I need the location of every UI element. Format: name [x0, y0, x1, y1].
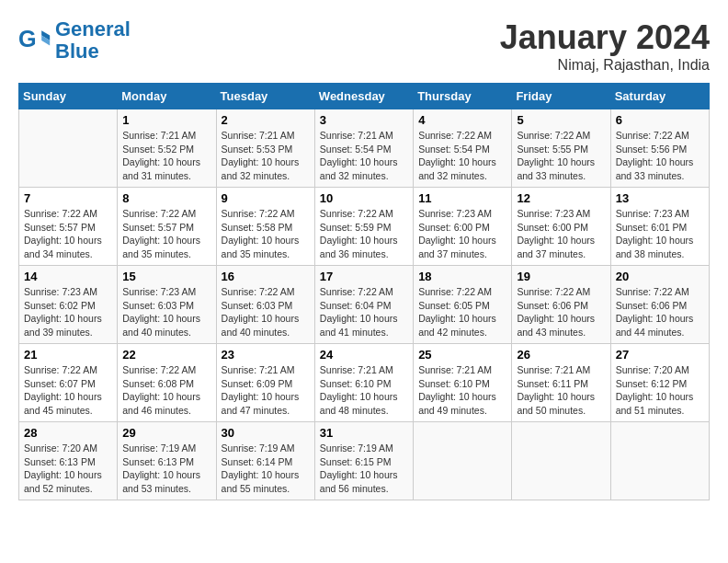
day-content: Sunrise: 7:22 AM Sunset: 6:06 PM Dayligh… — [517, 285, 605, 339]
calendar-week-row: 21Sunrise: 7:22 AM Sunset: 6:07 PM Dayli… — [19, 344, 710, 422]
day-content: Sunrise: 7:21 AM Sunset: 5:54 PM Dayligh… — [320, 129, 408, 183]
day-content: Sunrise: 7:22 AM Sunset: 5:58 PM Dayligh… — [222, 207, 310, 261]
calendar-cell: 5Sunrise: 7:22 AM Sunset: 5:55 PM Daylig… — [512, 109, 610, 188]
title-block: January 2024 Nimaj, Rajasthan, India — [500, 18, 710, 74]
day-number: 5 — [517, 113, 605, 127]
day-content: Sunrise: 7:22 AM Sunset: 6:03 PM Dayligh… — [222, 285, 310, 339]
day-content: Sunrise: 7:22 AM Sunset: 6:07 PM Dayligh… — [24, 363, 112, 418]
day-number: 20 — [616, 270, 704, 283]
day-number: 24 — [320, 348, 408, 362]
day-number: 9 — [222, 191, 310, 205]
day-number: 28 — [24, 426, 112, 440]
calendar-cell: 30Sunrise: 7:19 AM Sunset: 6:14 PM Dayli… — [216, 422, 314, 500]
calendar-cell: 13Sunrise: 7:23 AM Sunset: 6:01 PM Dayli… — [610, 188, 709, 266]
calendar-cell — [512, 422, 610, 500]
calendar-cell: 4Sunrise: 7:22 AM Sunset: 5:54 PM Daylig… — [414, 109, 512, 188]
day-number: 15 — [122, 270, 210, 283]
calendar-cell: 23Sunrise: 7:21 AM Sunset: 6:09 PM Dayli… — [216, 344, 314, 422]
calendar-cell: 17Sunrise: 7:22 AM Sunset: 6:04 PM Dayli… — [314, 266, 413, 344]
calendar-cell: 31Sunrise: 7:19 AM Sunset: 6:15 PM Dayli… — [314, 422, 413, 500]
day-content: Sunrise: 7:21 AM Sunset: 5:52 PM Dayligh… — [122, 129, 210, 183]
day-content: Sunrise: 7:22 AM Sunset: 6:05 PM Dayligh… — [418, 285, 506, 339]
day-content: Sunrise: 7:22 AM Sunset: 5:57 PM Dayligh… — [122, 207, 210, 261]
day-content: Sunrise: 7:22 AM Sunset: 6:06 PM Dayligh… — [616, 285, 704, 339]
day-number: 3 — [320, 113, 408, 127]
day-number: 13 — [616, 191, 704, 205]
day-number: 4 — [418, 113, 506, 127]
calendar-cell: 12Sunrise: 7:23 AM Sunset: 6:00 PM Dayli… — [512, 188, 610, 266]
header-row: SundayMondayTuesdayWednesdayThursdayFrid… — [19, 84, 710, 109]
calendar-cell: 20Sunrise: 7:22 AM Sunset: 6:06 PM Dayli… — [610, 266, 709, 344]
calendar-cell: 2Sunrise: 7:21 AM Sunset: 5:53 PM Daylig… — [216, 109, 314, 188]
day-content: Sunrise: 7:22 AM Sunset: 5:59 PM Dayligh… — [320, 207, 408, 261]
calendar-cell — [19, 109, 118, 188]
calendar-cell: 19Sunrise: 7:22 AM Sunset: 6:06 PM Dayli… — [512, 266, 610, 344]
calendar-cell: 24Sunrise: 7:21 AM Sunset: 6:10 PM Dayli… — [314, 344, 413, 422]
weekday-header: Thursday — [414, 84, 512, 109]
svg-text:G: G — [18, 26, 37, 52]
logo-text: General Blue — [55, 18, 131, 63]
weekday-header: Tuesday — [216, 84, 314, 109]
day-content: Sunrise: 7:22 AM Sunset: 5:56 PM Dayligh… — [616, 129, 704, 183]
day-content: Sunrise: 7:22 AM Sunset: 5:55 PM Dayligh… — [517, 129, 605, 183]
calendar-cell: 3Sunrise: 7:21 AM Sunset: 5:54 PM Daylig… — [314, 109, 413, 188]
calendar-cell: 10Sunrise: 7:22 AM Sunset: 5:59 PM Dayli… — [314, 188, 413, 266]
day-number: 31 — [320, 426, 408, 440]
calendar-cell: 27Sunrise: 7:20 AM Sunset: 6:12 PM Dayli… — [610, 344, 709, 422]
calendar-cell: 21Sunrise: 7:22 AM Sunset: 6:07 PM Dayli… — [19, 344, 118, 422]
logo-icon: G — [18, 24, 51, 57]
day-number: 30 — [222, 426, 310, 440]
day-content: Sunrise: 7:23 AM Sunset: 6:03 PM Dayligh… — [122, 285, 210, 339]
day-number: 17 — [320, 270, 408, 283]
calendar-cell: 6Sunrise: 7:22 AM Sunset: 5:56 PM Daylig… — [610, 109, 709, 188]
day-number: 7 — [24, 191, 112, 205]
calendar-cell: 7Sunrise: 7:22 AM Sunset: 5:57 PM Daylig… — [19, 188, 118, 266]
day-content: Sunrise: 7:22 AM Sunset: 5:57 PM Dayligh… — [24, 207, 112, 261]
calendar-cell: 28Sunrise: 7:20 AM Sunset: 6:13 PM Dayli… — [19, 422, 118, 500]
calendar-cell: 8Sunrise: 7:22 AM Sunset: 5:57 PM Daylig… — [118, 188, 216, 266]
logo-line1: General — [55, 17, 131, 40]
month-title: January 2024 — [500, 18, 710, 57]
calendar-cell — [414, 422, 512, 500]
location: Nimaj, Rajasthan, India — [500, 57, 710, 74]
calendar-cell: 18Sunrise: 7:22 AM Sunset: 6:05 PM Dayli… — [414, 266, 512, 344]
calendar-cell: 26Sunrise: 7:21 AM Sunset: 6:11 PM Dayli… — [512, 344, 610, 422]
calendar-cell: 1Sunrise: 7:21 AM Sunset: 5:52 PM Daylig… — [118, 109, 216, 188]
calendar-cell: 14Sunrise: 7:23 AM Sunset: 6:02 PM Dayli… — [19, 266, 118, 344]
day-content: Sunrise: 7:22 AM Sunset: 6:04 PM Dayligh… — [320, 285, 408, 339]
day-content: Sunrise: 7:21 AM Sunset: 6:10 PM Dayligh… — [418, 363, 506, 418]
day-content: Sunrise: 7:21 AM Sunset: 6:09 PM Dayligh… — [222, 363, 310, 418]
day-content: Sunrise: 7:21 AM Sunset: 6:11 PM Dayligh… — [517, 363, 605, 418]
day-content: Sunrise: 7:21 AM Sunset: 5:53 PM Dayligh… — [222, 129, 310, 183]
day-content: Sunrise: 7:23 AM Sunset: 6:02 PM Dayligh… — [24, 285, 112, 339]
day-content: Sunrise: 7:21 AM Sunset: 6:10 PM Dayligh… — [320, 363, 408, 418]
day-number: 19 — [517, 270, 605, 283]
day-number: 26 — [517, 348, 605, 362]
day-number: 1 — [122, 113, 210, 127]
day-content: Sunrise: 7:20 AM Sunset: 6:12 PM Dayligh… — [616, 363, 704, 418]
day-number: 22 — [122, 348, 210, 362]
calendar-cell: 25Sunrise: 7:21 AM Sunset: 6:10 PM Dayli… — [414, 344, 512, 422]
day-content: Sunrise: 7:19 AM Sunset: 6:13 PM Dayligh… — [122, 442, 210, 496]
calendar-week-row: 14Sunrise: 7:23 AM Sunset: 6:02 PM Dayli… — [19, 266, 710, 344]
calendar-cell: 29Sunrise: 7:19 AM Sunset: 6:13 PM Dayli… — [118, 422, 216, 500]
logo-line2: Blue — [55, 40, 99, 63]
day-number: 11 — [418, 191, 506, 205]
day-number: 2 — [222, 113, 310, 127]
day-content: Sunrise: 7:19 AM Sunset: 6:14 PM Dayligh… — [222, 442, 310, 496]
weekday-header: Sunday — [19, 84, 118, 109]
day-number: 12 — [517, 191, 605, 205]
day-number: 27 — [616, 348, 704, 362]
day-number: 8 — [122, 191, 210, 205]
calendar-table: SundayMondayTuesdayWednesdayThursdayFrid… — [18, 83, 710, 500]
day-number: 21 — [24, 348, 112, 362]
calendar-cell: 22Sunrise: 7:22 AM Sunset: 6:08 PM Dayli… — [118, 344, 216, 422]
day-content: Sunrise: 7:23 AM Sunset: 6:00 PM Dayligh… — [517, 207, 605, 261]
weekday-header: Saturday — [610, 84, 709, 109]
day-number: 23 — [222, 348, 310, 362]
weekday-header: Friday — [512, 84, 610, 109]
day-number: 25 — [418, 348, 506, 362]
day-content: Sunrise: 7:23 AM Sunset: 6:01 PM Dayligh… — [616, 207, 704, 261]
day-number: 16 — [222, 270, 310, 283]
day-content: Sunrise: 7:22 AM Sunset: 5:54 PM Dayligh… — [418, 129, 506, 183]
